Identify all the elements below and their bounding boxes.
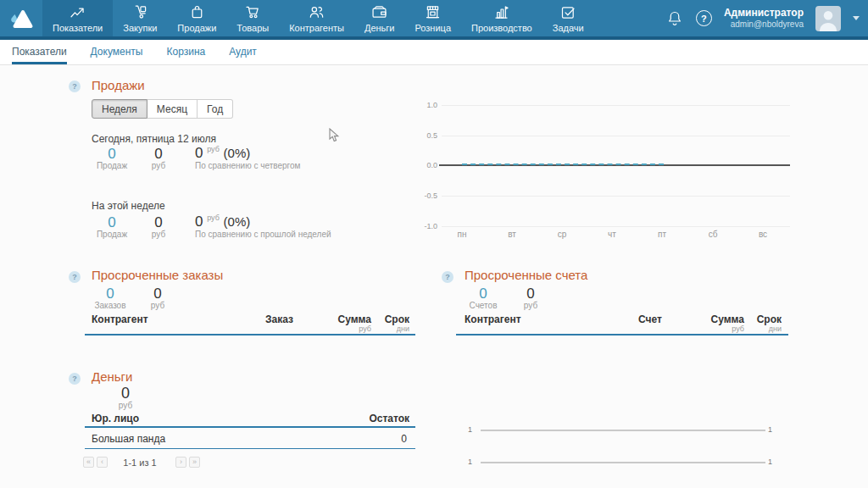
chevron-down-icon[interactable]: [853, 16, 860, 20]
nav-item-label: Контрагенты: [289, 23, 344, 33]
table-underline: [456, 334, 788, 336]
pagination-label: 1-1 из 1: [114, 458, 165, 468]
money-total: 0: [102, 385, 149, 402]
today-delta-unit: руб: [207, 145, 220, 153]
week-sales-label: Продаж: [90, 230, 134, 239]
period-month-button[interactable]: Месяц: [147, 99, 198, 119]
week-rub-label: руб: [141, 230, 176, 239]
xtick-label: сб: [700, 230, 726, 239]
overdue-invoices-rub: 0: [514, 286, 548, 302]
nav-item-indicators[interactable]: Показатели: [42, 0, 113, 36]
column-header-counterparty: Контрагент: [465, 313, 521, 325]
moysklad-logo-icon: [7, 8, 36, 30]
sales-help-icon[interactable]: ?: [69, 80, 81, 92]
pagination-first-button[interactable]: «: [83, 457, 94, 468]
table-row-entity[interactable]: Большая панда: [92, 433, 165, 445]
xtick-label: вс: [750, 230, 776, 239]
pagination-prev-button[interactable]: ‹: [97, 457, 108, 468]
sales-today-heading: Сегодня, пятница 12 июля: [92, 133, 216, 145]
overdue-orders-rub-label: руб: [141, 301, 175, 310]
nav-item-label: Показатели: [53, 23, 103, 33]
help-glyph: ?: [72, 273, 77, 281]
xtick-label: вт: [499, 230, 525, 239]
overdue-orders-help-icon[interactable]: ?: [69, 271, 81, 283]
mini-chart-line: [481, 430, 765, 431]
tab-recycle-bin[interactable]: Корзина: [166, 40, 205, 64]
nav-item-tasks[interactable]: Задачи: [542, 0, 594, 36]
gridline: [442, 136, 790, 136]
money-total-label: руб: [102, 401, 149, 410]
column-header-invoice: Счет: [638, 313, 662, 325]
gridline: [442, 196, 790, 197]
column-header-amount: Сумма: [704, 313, 744, 325]
help-glyph: ?: [72, 82, 77, 91]
nav-item-money[interactable]: Деньги: [354, 0, 405, 36]
sales-data-line: [462, 164, 664, 165]
tab-documents[interactable]: Документы: [91, 40, 143, 64]
pagination-next-button[interactable]: ›: [175, 457, 186, 468]
column-sub-rub: руб: [331, 324, 371, 333]
overdue-orders-rub: 0: [141, 286, 175, 302]
bell-icon[interactable]: [665, 9, 684, 28]
nav-item-label: Продажи: [177, 23, 216, 33]
nav-item-label: Производство: [471, 23, 532, 33]
money-help-icon[interactable]: ?: [69, 373, 81, 385]
nav-item-label: Товары: [236, 23, 269, 33]
overdue-invoices-rub-label: руб: [514, 301, 548, 310]
wallet-icon: [370, 3, 388, 21]
help-glyph: ?: [701, 14, 707, 24]
ytick-label: 0.5: [415, 131, 437, 140]
week-rub-value: 0: [141, 214, 176, 231]
table-underline: [85, 426, 415, 428]
column-sub-days: дни: [749, 324, 782, 333]
overdue-invoices-count: 0: [461, 286, 505, 302]
shopping-bag-icon: [188, 3, 206, 21]
tab-indicators[interactable]: Показатели: [12, 40, 67, 64]
user-menu[interactable]: Администратор admin@nboldyreva: [724, 8, 804, 29]
mini-chart-line: [481, 462, 765, 463]
nav-item-goods[interactable]: Товары: [226, 0, 279, 36]
xtick-label: чт: [599, 230, 625, 239]
user-email: admin@nboldyreva: [724, 19, 804, 30]
mini-chart-left-label: 1: [459, 458, 472, 466]
today-rub-label: руб: [141, 161, 176, 170]
nav-item-label: Задачи: [553, 23, 584, 33]
topnav-right-group: ? Администратор admin@nboldyreva: [665, 0, 868, 36]
storefront-icon: [424, 3, 442, 21]
ytick-label: 1.0: [415, 101, 437, 109]
tab-audit[interactable]: Аудит: [229, 40, 257, 64]
nav-item-label: Розница: [415, 23, 451, 33]
xtick-label: пн: [449, 230, 475, 239]
nav-item-label: Закупки: [123, 23, 157, 33]
nav-item-purchases[interactable]: Закупки: [113, 0, 167, 36]
avatar[interactable]: [815, 6, 841, 31]
today-delta-pct: (0%): [224, 146, 251, 160]
app-logo[interactable]: [0, 0, 42, 36]
shopping-cart-icon: [244, 3, 262, 21]
today-delta-label: По сравнению с четвергом: [195, 161, 300, 170]
period-year-button[interactable]: Год: [198, 99, 233, 119]
period-week-button[interactable]: Неделя: [92, 99, 147, 119]
column-sub-rub: руб: [704, 324, 744, 333]
sales-week-heading: На этой неделе: [92, 200, 165, 212]
week-sales-count: 0: [90, 214, 134, 231]
week-delta-pct: (0%): [224, 214, 251, 229]
column-header-term: Срок: [377, 313, 409, 325]
pagination-last-button[interactable]: »: [189, 457, 200, 468]
overdue-invoices-help-icon[interactable]: ?: [442, 271, 453, 283]
column-header-balance: Остаток: [339, 413, 409, 424]
overdue-orders-count-label: Заказов: [88, 301, 132, 310]
help-glyph: ?: [72, 374, 77, 383]
column-header-term: Срок: [749, 313, 782, 325]
nav-item-retail[interactable]: Розница: [404, 0, 461, 36]
nav-item-sales[interactable]: Продажи: [167, 0, 226, 36]
mini-chart-right-label: 1: [768, 425, 782, 434]
nav-item-counterparties[interactable]: Контрагенты: [279, 0, 354, 36]
today-delta-value: 0: [195, 145, 203, 161]
ytick-label: 0.0: [415, 161, 437, 169]
column-header-order: Заказ: [265, 313, 293, 325]
nav-item-production[interactable]: Производство: [461, 0, 542, 36]
hand-truck-icon: [131, 3, 149, 21]
user-name: Администратор: [724, 8, 804, 19]
help-button[interactable]: ?: [696, 10, 712, 26]
